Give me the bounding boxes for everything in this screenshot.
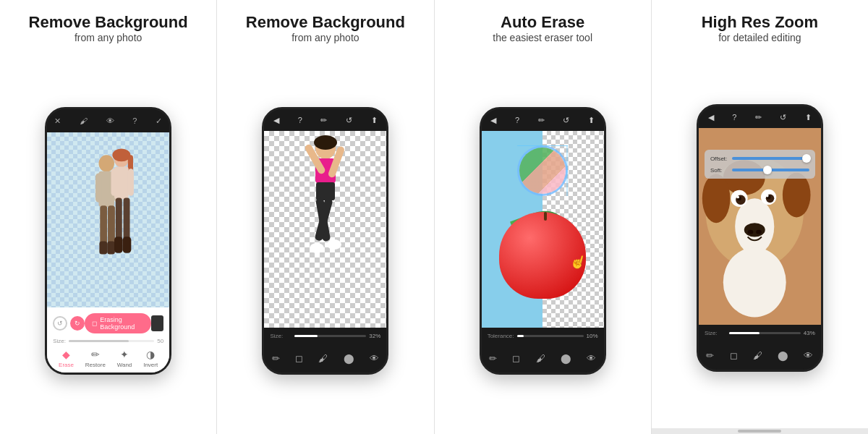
brush-icon[interactable]: 🖌 — [80, 116, 88, 125]
offset-thumb[interactable] — [802, 154, 811, 163]
panel-2-title: Remove Background — [246, 13, 405, 32]
pencil-bottom-3[interactable]: ✏ — [489, 353, 497, 364]
erase-tool[interactable]: ◆ Erase — [59, 349, 74, 368]
offset-slider[interactable] — [732, 157, 809, 160]
jumping-girl-figure — [289, 132, 362, 320]
refresh-icon-2[interactable]: ↺ — [346, 116, 352, 125]
svg-rect-14 — [116, 198, 122, 240]
svg-point-39 — [766, 195, 769, 197]
pencil-bottom-2[interactable]: ✏ — [272, 353, 280, 364]
eraser-bottom-2[interactable]: ◻ — [295, 353, 303, 364]
svg-rect-7 — [107, 242, 115, 255]
sliders-panel-4: Offset: Soft: — [705, 150, 815, 179]
size-label-1: Size: — [53, 338, 66, 344]
offset-slider-row: Offset: — [710, 153, 809, 164]
pencil-icon-3[interactable]: ✏ — [538, 116, 545, 125]
svg-point-9 — [112, 149, 130, 162]
restore-tool[interactable]: ✏ Restore — [85, 349, 106, 368]
panel-1-subtitle: from any photo — [75, 32, 142, 43]
soft-slider-row: Soft: — [710, 164, 809, 176]
panel-4-subtitle: for detailed editing — [718, 32, 801, 43]
phone-2: ◀ ? ✏ ↺ ⬆ — [262, 107, 388, 375]
offset-label: Offset: — [710, 156, 729, 162]
size-slider-1[interactable] — [69, 340, 154, 342]
share-icon-2[interactable]: ⬆ — [371, 116, 378, 125]
panel-2-subtitle: from any photo — [292, 32, 359, 43]
share-icon-3[interactable]: ⬆ — [588, 116, 595, 125]
size-slider-4[interactable] — [729, 332, 801, 334]
back-icon-2[interactable]: ◀ — [273, 116, 279, 125]
question-icon-2[interactable]: ? — [298, 116, 302, 124]
close-icon[interactable]: ✕ — [54, 116, 61, 126]
checkmark-icon[interactable]: ✓ — [156, 116, 162, 126]
tolerance-slider[interactable] — [517, 335, 584, 337]
phone-2-bottom: ✏ ◻ 🖌 ⬤ 👁 — [264, 344, 386, 373]
back-icon-3[interactable]: ◀ — [490, 116, 496, 125]
svg-point-41 — [747, 230, 753, 234]
size-value-1: 50 — [157, 338, 163, 344]
eye-icon[interactable]: 👁 — [106, 116, 114, 125]
eye-bottom-3[interactable]: 👁 — [587, 353, 596, 364]
soft-thumb[interactable] — [763, 166, 772, 174]
question-icon[interactable]: ? — [132, 116, 137, 125]
back-icon-4[interactable]: ◀ — [708, 113, 714, 122]
phone-3-nav: ◀ ? ✏ ↺ ⬆ — [482, 109, 604, 131]
size-slider-2[interactable] — [294, 335, 366, 337]
bottom-controls-1: ↺ ↻ ◻ Erasing Background Size: — [47, 307, 169, 373]
svg-point-40 — [744, 223, 765, 237]
redo-button[interactable]: ↻ — [70, 316, 85, 331]
svg-point-35 — [736, 196, 739, 199]
eye-bottom-4[interactable]: 👁 — [804, 350, 813, 361]
svg-point-26 — [310, 243, 324, 253]
scroll-thumb[interactable] — [738, 430, 781, 433]
panel-high-res-zoom: High Res Zoom for detailed editing ◀ ? ✏… — [652, 0, 868, 434]
pencil-icon-4[interactable]: ✏ — [755, 113, 762, 122]
undo-button[interactable]: ↺ — [53, 316, 67, 331]
phone-2-screen — [264, 131, 386, 328]
question-icon-4[interactable]: ? — [732, 113, 736, 122]
scroll-indicator — [652, 428, 868, 434]
phone-1-topbar: ✕ 🖌 👁 ? ✓ — [47, 109, 169, 132]
brush-bottom-2[interactable]: 🖌 — [318, 353, 328, 364]
refresh-icon-3[interactable]: ↺ — [563, 116, 569, 125]
target-bottom-3[interactable]: ⬤ — [561, 353, 571, 364]
question-icon-3[interactable]: ? — [515, 116, 519, 124]
size-value-4: 43% — [804, 330, 815, 336]
erasing-background-button[interactable]: ◻ Erasing Background — [85, 313, 151, 333]
size-value-2: 32% — [369, 333, 380, 339]
phone-3-bottom: ✏ ◻ 🖌 ⬤ 👁 — [482, 344, 604, 373]
phone-2-nav: ◀ ? ✏ ↺ ⬆ — [264, 109, 386, 131]
eraser-bottom-3[interactable]: ◻ — [512, 353, 520, 364]
share-icon-4[interactable]: ⬆ — [805, 113, 812, 122]
soft-slider[interactable] — [732, 169, 809, 171]
eye-bottom-2[interactable]: 👁 — [370, 353, 379, 364]
phone-1-wrapper: ✕ 🖌 👁 ? ✓ — [0, 49, 216, 434]
eraser-bottom-4[interactable]: ◻ — [730, 350, 738, 361]
pencil-bottom-4[interactable]: ✏ — [706, 350, 714, 361]
target-bottom-4[interactable]: ⬤ — [778, 350, 788, 361]
brush-bottom-4[interactable]: 🖌 — [753, 350, 762, 361]
wand-tool[interactable]: ✦ Wand — [117, 349, 132, 368]
main-container: Remove Background from any photo ✕ 🖌 👁 ?… — [0, 0, 868, 434]
brush-bottom-3[interactable]: 🖌 — [536, 353, 545, 364]
svg-point-27 — [327, 239, 341, 250]
phone-4-wrapper: ◀ ? ✏ ↺ ⬆ — [652, 49, 868, 428]
restore-icon: ✏ — [91, 349, 100, 360]
svg-point-44 — [783, 173, 811, 218]
phone-4-screen: Offset: Soft: — [699, 128, 821, 325]
pencil-icon-2[interactable]: ✏ — [320, 116, 327, 125]
invert-tool[interactable]: ◑ Invert — [143, 349, 158, 368]
svg-rect-13 — [128, 169, 134, 196]
phone-3-wrapper: ◀ ? ✏ ↺ ⬆ — [435, 49, 651, 434]
fill-bottom-2[interactable]: ⬤ — [344, 353, 354, 364]
svg-rect-2 — [95, 174, 102, 203]
color-swatch[interactable] — [151, 315, 163, 331]
phone-4-bottom: ✏ ◻ 🖌 ⬤ 👁 — [699, 341, 821, 370]
couple-figure — [47, 132, 169, 307]
panel-3-subtitle: the easiest eraser tool — [493, 32, 592, 43]
refresh-icon-4[interactable]: ↺ — [780, 113, 786, 122]
panel-3-title: Auto Erase — [501, 13, 584, 32]
svg-rect-16 — [114, 237, 123, 252]
tolerance-label: Tolerance: — [488, 333, 514, 339]
svg-rect-6 — [100, 242, 108, 255]
